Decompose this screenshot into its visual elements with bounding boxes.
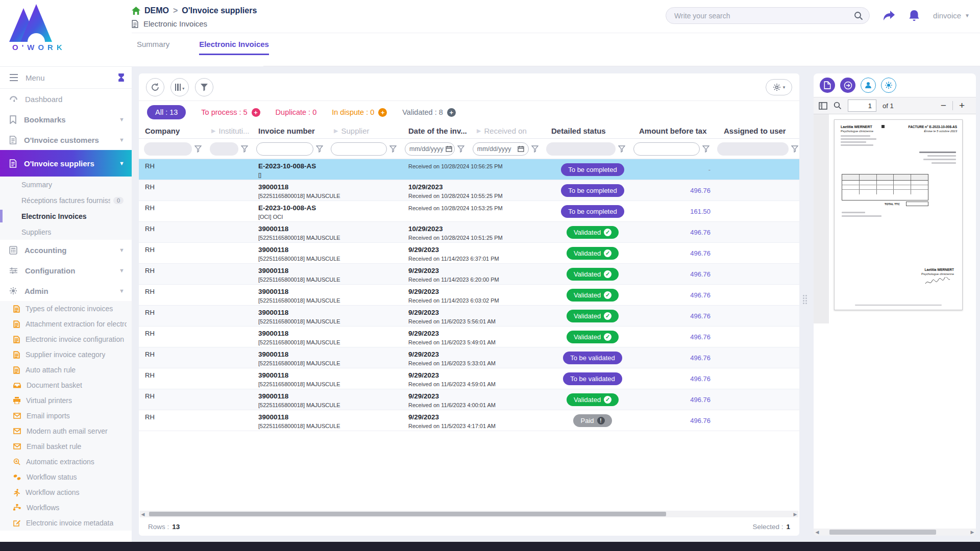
hourglass-icon[interactable] [118,73,125,82]
sidebar-admin-item-types-of-electronic-invoices[interactable]: Types of electronic invoices [0,301,132,316]
filter-input-received-on[interactable]: mm/dd/yyyy [473,142,529,156]
filter-input-invoice-number[interactable] [256,142,313,156]
sidebar-item-bookmarks[interactable]: Bookmarks▼ [0,109,132,130]
page-number-input[interactable] [848,99,876,112]
sidebar-admin-item-workflow-status[interactable]: Workflow status [0,469,132,485]
pdf-scroll-right-arrow[interactable]: ▶ [969,530,976,535]
table-row[interactable]: RH39000118[52251165800018] MAJUSCULE9/29… [139,285,799,306]
status-badge[interactable]: Validated✓ [567,226,619,239]
status-badge[interactable]: To be completed [561,205,624,218]
column-header-date-of-the-inv[interactable]: Date of the inv... [403,123,472,138]
sidebar-admin-item-email-basket-rule[interactable]: Email basket rule [0,439,132,454]
status-badge[interactable]: Validated✓ [567,268,619,281]
amount-value[interactable]: 496.76 [690,333,710,341]
status-badge[interactable]: Validated✓ [567,247,619,260]
table-row[interactable]: RH39000118[52251165800018] MAJUSCULE9/29… [139,389,799,410]
column-header-supplier[interactable]: ▶Supplier [329,123,403,138]
status-badge[interactable]: To be validated [563,352,622,364]
amount-value[interactable]: 496.76 [690,375,710,383]
column-header-received-on[interactable]: ▶Received on [472,123,546,138]
filter-input-detailed-status[interactable] [546,142,616,156]
open-invoice-button[interactable] [840,78,855,93]
sidebar-admin-item-workflow-actions[interactable]: Workflow actions [0,485,132,500]
amount-value[interactable]: 496.76 [690,249,710,257]
funnel-icon[interactable] [316,145,323,153]
sidebar-item-accounting[interactable]: Accounting▼ [0,240,132,260]
home-icon[interactable] [132,7,140,15]
sidebar-item-dashboard[interactable]: Dashboard [0,89,132,109]
sidebar-admin-item-automatic-extractions[interactable]: Automatic extractions [0,454,132,469]
tab-summary[interactable]: Summary [137,40,169,55]
column-header-amount-before-tax[interactable]: Amount before tax [634,123,719,138]
sidebar-admin-item-electronic-invoice-configuration[interactable]: Electronic invoice configuration [0,332,132,347]
funnel-icon[interactable] [791,145,798,153]
filter-chip-in-dispute[interactable]: In dispute : 0+ [332,108,387,117]
table-row[interactable]: RH39000118[52251165800018] MAJUSCULE9/29… [139,243,799,264]
sidebar-admin-item-modern-auth-email-server[interactable]: Modern auth email server [0,423,132,439]
column-header-detailed-status[interactable]: Detailed status [546,123,634,138]
plus-circle-icon[interactable]: + [252,108,260,117]
table-row[interactable]: RH39000118[52251165800018] MAJUSCULE9/29… [139,327,799,347]
table-row[interactable]: RH39000118[52251165800018] MAJUSCULE10/2… [139,222,799,243]
funnel-icon[interactable] [531,145,538,153]
panel-resize-handle[interactable] [803,295,807,304]
status-badge[interactable]: To be completed [561,184,624,197]
table-row[interactable]: RHE-2023-10-008-AS[]Received on 10/28/20… [139,159,799,180]
share-icon[interactable] [883,10,895,21]
status-badge[interactable]: Paid! [573,414,611,427]
sidebar-admin-item-virtual-printers[interactable]: Virtual printers [0,393,132,408]
table-settings-button[interactable]: ▾ [766,79,792,95]
sidebar-subitem-summary[interactable]: Summary [0,177,132,192]
pdf-scroll-left-arrow[interactable]: ◀ [814,530,821,535]
table-row[interactable]: RHE-2023-10-008-AS[OCI] OCIReceived on 1… [139,201,799,222]
table-row[interactable]: RH39000118[52251165800018] MAJUSCULE9/29… [139,306,799,327]
amount-value[interactable]: 496.76 [690,354,710,362]
search-input[interactable] [674,12,854,20]
status-badge[interactable]: Validated✓ [567,289,619,302]
amount-value[interactable]: 496.76 [690,229,710,236]
filter-button[interactable] [195,78,213,96]
amount-value[interactable]: - [708,166,710,173]
filter-input-supplier[interactable] [331,142,387,156]
search-icon[interactable] [854,11,863,20]
pdf-download-button[interactable] [820,78,835,93]
plus-circle-icon[interactable]: + [378,108,387,117]
column-header-company[interactable]: Company [140,123,206,138]
sidebar-subitem-suppliers[interactable]: Suppliers [0,224,132,240]
table-row[interactable]: RH39000118[52251165800018] MAJUSCULE9/29… [139,410,799,431]
amount-value[interactable]: 496.76 [690,187,710,194]
filter-input-amount-before-tax[interactable] [633,142,700,156]
scroll-right-arrow[interactable]: ▶ [792,512,798,517]
column-header-assigned-to-user[interactable]: Assigned to user [719,123,798,138]
pdf-settings-button[interactable] [881,78,896,93]
assign-user-button[interactable] [861,78,876,93]
user-menu[interactable]: dinvoice ▼ [933,11,970,20]
sidebar-subitem-r-ceptions-factures-fournisseurs[interactable]: Réceptions factures fournisseurs0 [0,192,132,208]
zoom-out-button[interactable]: − [935,100,952,111]
sidebar-subitem-electronic-invoices[interactable]: Electronic Invoices [0,208,132,224]
sidebar-item-o-invoice-customers[interactable]: O'Invoice customers▼ [0,130,132,150]
sidebar-admin-item-electronic-invoice-metadata[interactable]: Electronic invoice metadata [0,515,132,531]
status-badge[interactable]: To be completed [561,163,624,176]
column-header-instituti[interactable]: ▶Instituti... [206,123,253,138]
amount-value[interactable]: 496.76 [690,270,710,278]
pdf-page-preview[interactable]: Laetitia WERNERT Psychologue clinicienne… [834,119,963,310]
sidebar-item-admin[interactable]: Admin▼ [0,281,132,301]
sidebar-admin-item-document-basket[interactable]: Document basket [0,378,132,393]
sidebar-item-configuration[interactable]: Configuration▼ [0,260,132,281]
sidebar-admin-item-workflows[interactable]: Workflows [0,500,132,515]
filter-input-instituti[interactable] [210,142,238,156]
sidebar-item-o-invoice-suppliers[interactable]: O'Invoice suppliers▼ [0,150,132,177]
hamburger-icon[interactable] [9,74,18,81]
filter-chip-to-process[interactable]: To process : 5+ [201,108,260,117]
filter-chip-all[interactable]: All : 13 [147,105,186,119]
funnel-icon[interactable] [389,145,397,153]
columns-button[interactable]: ▾ [170,78,189,96]
breadcrumb-home[interactable]: DEMO [144,6,169,15]
horizontal-scrollbar[interactable]: ◀ ▶ [140,511,798,517]
table-row[interactable]: RH39000118[52251165800018] MAJUSCULE9/29… [139,264,799,285]
sidebar-admin-item-attachment-extraction-for-electron[interactable]: Attachment extraction for electron [0,316,132,332]
filter-input-company[interactable] [144,142,192,156]
table-row[interactable]: RH39000118[52251165800018] MAJUSCULE9/29… [139,368,799,389]
pdf-search-icon[interactable] [834,102,842,110]
